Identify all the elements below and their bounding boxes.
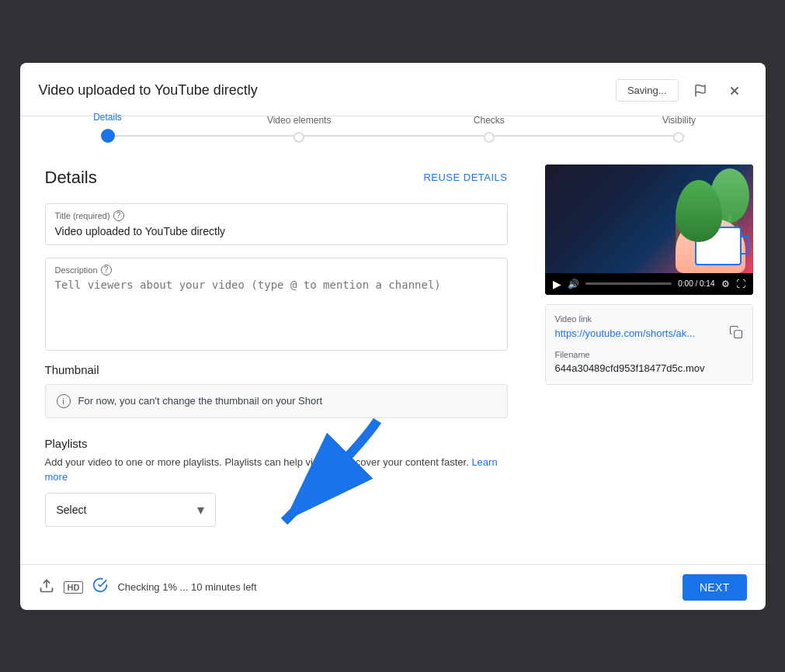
hd-badge: HD	[64, 581, 84, 594]
step-checks-label: Checks	[474, 115, 505, 126]
upload-icon	[39, 578, 54, 597]
step-details[interactable]: Details	[101, 129, 115, 143]
close-button[interactable]	[722, 78, 747, 103]
modal-footer: HD Checking 1% ... 10 minutes left NEXT	[20, 564, 766, 610]
description-help-icon[interactable]: ?	[101, 265, 112, 275]
time-display: 0:00 / 0:14	[678, 279, 714, 288]
saving-button[interactable]: Saving...	[616, 79, 679, 102]
stepper-track: Details Video elements Checks Visibility	[39, 129, 747, 143]
step-visibility-label: Visibility	[662, 115, 696, 126]
step-details-label: Details	[93, 112, 122, 123]
video-thumbnail-image	[545, 165, 753, 273]
fullscreen-button[interactable]: ⛶	[736, 279, 745, 289]
step-visibility[interactable]: Visibility	[673, 132, 684, 143]
footer-status: Checking 1% ... 10 minutes left	[117, 581, 673, 593]
flag-button[interactable]	[688, 78, 713, 103]
section-header: Details REUSE DETAILS	[45, 168, 508, 188]
title-input[interactable]	[55, 225, 498, 237]
step-checks[interactable]: Checks	[484, 132, 495, 143]
filename-row: Filename 644a30489cfd953f18477d5c.mov	[555, 350, 743, 375]
playlist-select-text: Select	[57, 504, 87, 516]
thumbnail-section: Thumbnail i For now, you can't change th…	[45, 363, 508, 418]
step-video-elements-dot	[294, 132, 304, 143]
video-link-row: Video link https://youtube.com/shorts/ak…	[555, 314, 743, 342]
filename-value: 644a30489cfd953f18477d5c.mov	[555, 362, 705, 374]
step-video-elements-label: Video elements	[267, 115, 332, 126]
description-field-container: Description ?	[45, 258, 508, 351]
video-preview: ▶ 🔊 0:00 / 0:14 ⚙ ⛶	[545, 165, 753, 295]
header-actions: Saving...	[616, 78, 747, 103]
step-checks-dot	[484, 132, 495, 143]
playlists-section: Playlists Add your video to one or more …	[45, 437, 508, 527]
video-controls: ▶ 🔊 0:00 / 0:14 ⚙ ⛶	[545, 273, 753, 295]
mug-decoration	[695, 227, 742, 265]
modal-header: Video uploaded to YouTube directly Savin…	[20, 63, 766, 116]
check-icon	[92, 577, 108, 597]
video-link-value[interactable]: https://youtube.com/shorts/ak...	[555, 327, 696, 339]
play-button[interactable]: ▶	[553, 278, 561, 290]
step-video-elements[interactable]: Video elements	[294, 132, 304, 143]
modal-title: Video uploaded to YouTube directly	[39, 82, 258, 99]
reuse-details-button[interactable]: REUSE DETAILS	[423, 171, 507, 183]
title-help-icon[interactable]: ?	[113, 210, 124, 221]
playlists-description: Add your video to one or more playlists.…	[45, 455, 508, 485]
section-title: Details	[45, 168, 97, 188]
modal-body: Details REUSE DETAILS Title (required) ?…	[20, 149, 766, 564]
thumbnail-notice-text: For now, you can't change the thumbnail …	[78, 395, 323, 407]
thumbnail-notice: i For now, you can't change the thumbnai…	[45, 384, 508, 418]
thumbnail-title: Thumbnail	[45, 363, 508, 376]
video-link-label: Video link	[555, 314, 743, 324]
settings-button[interactable]: ⚙	[721, 279, 730, 289]
description-input[interactable]	[55, 279, 498, 348]
playlist-select[interactable]: Select ▾	[45, 493, 216, 527]
modal-overlay: Video uploaded to YouTube directly Savin…	[0, 0, 785, 672]
progress-track[interactable]	[585, 282, 672, 285]
modal-dialog: Video uploaded to YouTube directly Savin…	[20, 63, 766, 610]
next-button[interactable]: NEXT	[683, 574, 747, 601]
thumbnail-info-icon: i	[57, 394, 71, 408]
description-field-label: Description ?	[55, 265, 498, 275]
stepper: Details Video elements Checks Visibility	[20, 116, 766, 149]
title-field-container: Title (required) ?	[45, 203, 508, 245]
dropdown-arrow-icon: ▾	[197, 501, 204, 518]
playlists-title: Playlists	[45, 437, 508, 450]
title-field-label: Title (required) ?	[55, 210, 498, 221]
main-content: Details REUSE DETAILS Title (required) ?…	[20, 149, 533, 564]
step-visibility-dot	[673, 132, 684, 143]
plant-decoration	[710, 168, 749, 223]
sidebar: ▶ 🔊 0:00 / 0:14 ⚙ ⛶ Video link	[533, 149, 766, 564]
filename-label: Filename	[555, 350, 743, 359]
video-info: Video link https://youtube.com/shorts/ak…	[545, 304, 753, 385]
copy-link-button[interactable]	[729, 325, 743, 342]
svg-rect-3	[734, 330, 742, 338]
volume-button[interactable]: 🔊	[568, 279, 579, 289]
step-details-dot	[101, 129, 115, 143]
